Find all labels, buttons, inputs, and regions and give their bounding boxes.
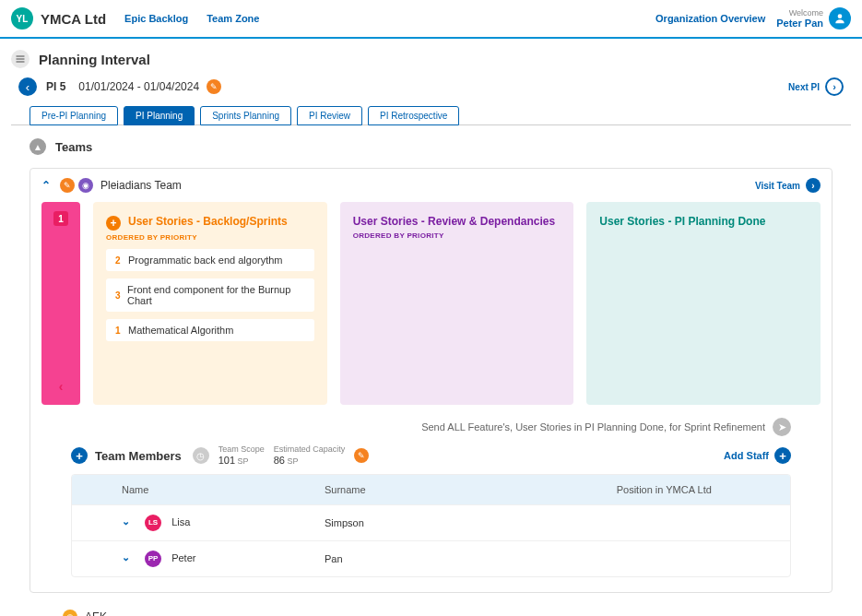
feature-rail[interactable]: 1 ‹	[41, 202, 80, 405]
prev-pi-button[interactable]: ‹	[18, 77, 37, 96]
welcome-block: Welcome Peter Pan	[776, 8, 823, 29]
scope-label: Team Scope	[218, 445, 265, 455]
col3-title: User Stories - PI Planning Done	[599, 215, 808, 228]
capacity-unit: SP	[287, 456, 298, 466]
tabs: Pre-PI Planning PI Planning Sprints Plan…	[11, 101, 851, 125]
pi-date-range: 01/01/2024 - 01/04/2024	[78, 80, 199, 93]
page-title-row: Planning Interval	[0, 39, 862, 72]
members-table: Name Surname Position in YMCA Ltd ⌄ LS L…	[71, 474, 791, 577]
member-avatar: LS	[145, 515, 161, 531]
col-surname: Surname	[325, 484, 551, 495]
planning-board: 1 ‹ + User Stories - Backlog/Sprints ORD…	[30, 202, 832, 416]
page-title: Planning Interval	[39, 52, 150, 67]
send-hint-row: Send ALL Feature's, User Stories in PI P…	[30, 416, 832, 445]
expand-row-icon[interactable]: ⌄	[122, 551, 135, 563]
expand-team-icon[interactable]: ⌄	[41, 610, 53, 616]
column-planning-done: User Stories - PI Planning Done	[586, 202, 821, 405]
story-card[interactable]: 2 Programmatic back end algorythm	[106, 249, 314, 271]
capacity-value: 86	[274, 455, 285, 466]
next-pi-button[interactable]: Next PI ›	[788, 77, 844, 96]
user-avatar-icon[interactable]	[829, 7, 851, 30]
story-priority: 2	[115, 255, 128, 266]
col-name: Name	[85, 484, 325, 495]
edit-pi-icon[interactable]: ✎	[207, 79, 221, 94]
tab-pi-planning[interactable]: PI Planning	[124, 106, 195, 125]
column-backlog-sprints: + User Stories - Backlog/Sprints ORDERED…	[93, 202, 327, 405]
col2-hint: ORDERED BY PRIORITY	[353, 231, 561, 240]
team-card-aek-collapsed: ⌄ ◉ AEK	[0, 600, 862, 616]
add-staff-icon: +	[774, 447, 791, 464]
visit-team-link[interactable]: Visit Team ›	[755, 178, 821, 193]
rail-prev-icon[interactable]: ‹	[59, 379, 64, 394]
visit-team-label: Visit Team	[755, 181, 800, 191]
teams-section-header: ▲ Teams	[0, 125, 862, 160]
planning-interval-icon	[11, 50, 30, 68]
team-members-header: + Team Members ◷ Team Scope 101 SP Estim…	[60, 445, 802, 474]
send-icon[interactable]: ➤	[773, 418, 791, 436]
member-row: ⌄ LS Lisa Simpson	[72, 504, 790, 540]
nav-team-zone[interactable]: Team Zone	[207, 13, 259, 24]
app-header: YL YMCA Ltd Epic Backlog Team Zone Organ…	[0, 0, 862, 39]
teams-title: Teams	[55, 140, 92, 154]
next-pi-arrow-icon: ›	[825, 77, 844, 96]
collapse-team-icon[interactable]: ⌃	[41, 179, 51, 192]
collapse-teams-icon[interactable]: ▲	[30, 138, 46, 155]
add-staff-button[interactable]: Add Staff +	[724, 447, 791, 464]
story-priority: 1	[115, 326, 128, 336]
nav-epic-backlog[interactable]: Epic Backlog	[124, 13, 188, 24]
member-avatar: PP	[145, 551, 161, 567]
col1-title: User Stories - Backlog/Sprints	[128, 215, 288, 228]
capacity-label: Estimated Capacity	[274, 445, 346, 455]
nav-org-overview[interactable]: Organization Overview	[655, 13, 765, 24]
org-logo: YL	[11, 7, 33, 30]
member-surname: Simpson	[325, 517, 551, 528]
team-members-title: Team Members	[95, 449, 182, 463]
story-title: Programmatic back end algorythm	[128, 255, 283, 266]
svg-rect-3	[17, 61, 25, 63]
col1-hint: ORDERED BY PRIORITY	[106, 233, 314, 242]
feature-count-badge: 1	[53, 211, 68, 226]
add-story-icon[interactable]: +	[106, 216, 121, 231]
next-pi-label: Next PI	[788, 82, 820, 92]
member-name: Peter	[171, 551, 195, 563]
tab-sprints-planning[interactable]: Sprints Planning	[200, 106, 291, 125]
team-header: ⌃ ✎ ◉ Pleiadians Team Visit Team ›	[30, 169, 832, 202]
expand-members-icon[interactable]: +	[71, 447, 88, 464]
scope-value: 101	[218, 455, 235, 466]
scope-unit: SP	[238, 456, 249, 466]
members-table-header: Name Surname Position in YMCA Ltd	[72, 475, 790, 504]
tab-pre-pi-planning[interactable]: Pre-PI Planning	[30, 106, 118, 125]
member-row: ⌄ PP Peter Pan	[72, 540, 790, 576]
team-card-pleiadians: ⌃ ✎ ◉ Pleiadians Team Visit Team › 1 ‹ +…	[30, 168, 832, 593]
col-position: Position in YMCA Ltd	[551, 484, 778, 495]
add-staff-label: Add Staff	[724, 450, 769, 461]
org-name: YMCA Ltd	[41, 11, 106, 27]
svg-point-0	[838, 14, 843, 18]
tab-pi-retrospective[interactable]: PI Retrospective	[368, 106, 459, 125]
pi-row: ‹ PI 5 01/01/2024 - 01/04/2024 ✎ Next PI…	[0, 72, 862, 101]
team-name-aek: AEK	[85, 610, 107, 616]
team-color-icon: ◉	[63, 610, 77, 616]
send-hint-text: Send ALL Feature's, User Stories in PI P…	[421, 421, 765, 432]
tab-pi-review[interactable]: PI Review	[297, 106, 362, 125]
scope-icon: ◷	[193, 447, 209, 464]
edit-capacity-icon[interactable]: ✎	[354, 448, 369, 463]
story-title: Mathematical Algorithm	[128, 325, 233, 336]
team-name: Pleiadians Team	[100, 179, 182, 192]
team-color-icon: ◉	[78, 178, 93, 193]
story-priority: 3	[115, 290, 127, 301]
expand-row-icon[interactable]: ⌄	[122, 515, 135, 527]
welcome-user[interactable]: Peter Pan	[776, 18, 823, 29]
column-review-dependencies: User Stories - Review & Dependancies ORD…	[340, 202, 574, 405]
col2-title: User Stories - Review & Dependancies	[353, 215, 561, 228]
member-surname: Pan	[325, 553, 551, 564]
welcome-label: Welcome	[776, 8, 823, 18]
pi-label: PI 5	[46, 80, 65, 93]
member-name: Lisa	[171, 515, 190, 527]
svg-rect-1	[17, 55, 25, 57]
story-card[interactable]: 3 Front end component for the Burnup Cha…	[106, 278, 314, 312]
team-badge-icon: ✎	[60, 178, 75, 193]
story-title: Front end component for the Burnup Chart	[127, 284, 305, 306]
story-card[interactable]: 1 Mathematical Algorithm	[106, 319, 314, 341]
team-scope-info: ◷ Team Scope 101 SP Estimated Capacity 8…	[193, 445, 373, 467]
